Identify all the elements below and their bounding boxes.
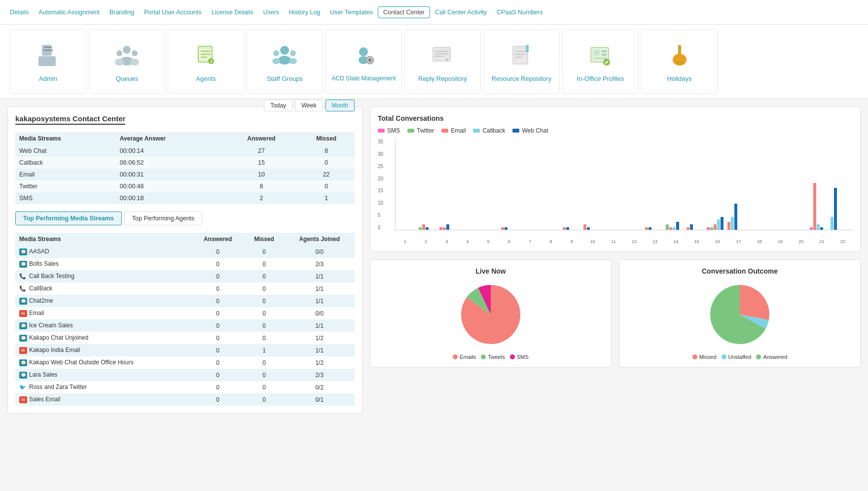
bar [422,224,425,230]
icon-card-holidays[interactable]: Holidays [641,30,718,94]
bar-group [419,224,438,230]
bar [731,217,734,230]
nav-contact-center[interactable]: Contact Center [378,6,430,18]
icon-card-admin[interactable]: Admin [10,30,86,94]
nav-details[interactable]: Details [5,9,34,16]
left-panel: kakaposystems Contact Center Today Week … [7,106,362,414]
legend-dot [473,129,480,133]
bar [710,227,713,230]
bar [676,222,679,230]
bar [714,224,717,230]
date-btn-week[interactable]: Week [295,100,323,111]
resource-repository-icon [507,41,537,71]
legend-dot [378,129,385,133]
ms-row: ✉Sales Email000/1 [15,393,355,406]
nav-portal-user-accounts[interactable]: Portal User Accounts [139,9,207,16]
bar [669,227,672,230]
contact-center-card: kakaposystems Contact Center Today Week … [7,106,362,414]
bar [645,227,648,230]
svg-point-21 [290,50,296,56]
svg-point-22 [289,58,297,64]
date-btn-month[interactable]: Month [326,100,355,111]
ms-col-missed: Missed [244,233,285,246]
staff-groups-icon [270,41,300,71]
stats-col-missed: Missed [298,132,355,145]
stats-table: Media Streams Average Answer Answered Mi… [15,132,355,204]
bar [443,227,446,230]
svg-point-26 [369,59,371,61]
nav-users[interactable]: Users [258,9,284,16]
stats-col-streams: Media Streams [15,132,116,145]
icon-card-staff-groups[interactable]: Staff Groups [247,30,323,94]
bar [817,224,820,230]
conversation-outcome-title: Conversation Outcome [702,267,778,275]
date-btn-today[interactable]: Today [264,100,292,111]
pie-dot [722,354,726,359]
live-now-card: Live Now EmailsTweetsSMS [370,259,612,368]
svg-point-17 [280,46,289,55]
nav-user-templates[interactable]: User Templates [325,9,378,16]
svg-point-19 [273,50,279,56]
svg-point-4 [123,46,131,54]
svg-point-20 [272,58,280,64]
icon-card-reply-repository[interactable]: Reply Repository [404,30,481,94]
conversation-outcome-pie [705,280,774,349]
icon-card-queues[interactable]: Queues [89,30,165,94]
svg-rect-1 [38,56,56,66]
nav-branding[interactable]: Branding [105,9,139,16]
bar [566,227,569,230]
stats-row: Twitter00:00:4880 [15,180,355,192]
holidays-label: Holidays [667,75,692,82]
ms-row: 💬Ice Cream Sales001/1 [15,319,355,332]
inoffice-profiles-icon [586,41,615,71]
queues-icon [112,41,142,71]
contact-center-title: kakaposystems Contact Center [15,114,125,125]
bar-group [707,217,726,230]
icon-card-resource-repository[interactable]: Resource Repository [483,30,560,94]
right-panel: Total Conversations SMSTwitterEmailCallb… [370,106,861,414]
holidays-icon [665,41,694,71]
total-conversations-card: Total Conversations SMSTwitterEmailCallb… [370,106,861,252]
conversation-outcome-chart [705,280,774,349]
nav-call-center-activity[interactable]: Call Center Activity [430,9,492,16]
tab-top-agents[interactable]: Top Performing Agents [124,211,202,225]
ms-row: 🐦Ross and Zara Twitter000/2 [15,381,355,393]
nav-license-details[interactable]: License Details [207,9,258,16]
svg-point-6 [132,50,138,56]
pie-dot [692,354,697,359]
ms-col-answered: Answered [192,233,244,246]
tab-top-streams[interactable]: Top Performing Media Streams [15,211,122,225]
ms-row: 💬Kakapo Web Chat Outside Office Hours001… [15,356,355,369]
bar [690,224,693,230]
legend-item: Callback [473,127,505,134]
bar-group [810,183,830,230]
bar [734,204,737,230]
bar-group [583,224,603,230]
top-navigation: Details Automatic Assignment Branding Po… [0,0,868,25]
icon-card-inoffice-profiles[interactable]: In-Office Profiles [562,30,639,94]
nav-history-log[interactable]: History Log [284,9,325,16]
bar [426,227,429,230]
pie-legend-item: Tweets [481,354,505,360]
icon-card-agents[interactable]: ✓ Agents [168,30,244,94]
ms-row: 💬Bolts Sales002/3 [15,258,355,270]
bar [687,227,689,230]
svg-point-8 [115,59,124,66]
icon-card-acd[interactable]: ACD State Management [326,30,402,94]
nav-automatic-assignment[interactable]: Automatic Assignment [34,9,105,16]
svg-rect-37 [602,50,607,52]
legend-dot [407,129,414,133]
bar [707,227,710,230]
bar [666,224,669,230]
queues-label: Queues [116,75,139,82]
pie-dot [453,354,458,359]
ms-row: 💬Kakapo Chat Unjoined001/2 [15,332,355,344]
reply-repository-label: Reply Repository [418,75,467,82]
pie-legend-item: SMS [510,354,529,360]
legend-item: Web Chat [512,127,548,134]
ms-col-streams: Media Streams [15,233,192,246]
nav-cpaas-numbers[interactable]: CPaaS Numbers [492,9,548,16]
stats-col-avg: Average Answer [116,132,225,145]
bar [446,224,449,230]
pie-legend-item: Answered [756,354,787,360]
